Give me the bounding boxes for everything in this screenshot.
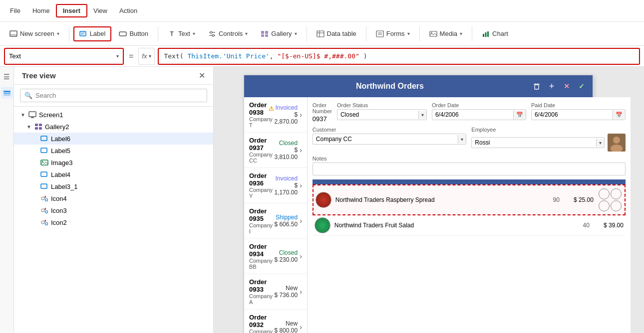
- chart-button[interactable]: Chart: [476, 27, 514, 41]
- order-date-cal-btn[interactable]: 📅: [513, 110, 526, 120]
- label-button[interactable]: Label: [73, 26, 112, 41]
- app-body: Order 0938 ⚠ Company T Invoiced $ 2,870.…: [244, 97, 593, 333]
- hamburger-icon[interactable]: ☰: [1, 71, 13, 83]
- text-caret: ▾: [193, 31, 195, 36]
- list-item[interactable]: Order 0933 Company A New $ 736.00 ›: [244, 274, 307, 310]
- line-items: Northwind Traders Raspberry Spread 90 $ …: [313, 184, 626, 236]
- fx-caret[interactable]: ▾: [149, 53, 151, 59]
- order-date-label: Order Date: [432, 102, 526, 108]
- forms-button[interactable]: Forms ▾: [370, 27, 415, 41]
- menu-file[interactable]: File: [4, 5, 26, 16]
- svg-rect-12: [261, 34, 264, 37]
- gallery-button[interactable]: Gallery ▾: [255, 27, 302, 41]
- list-item[interactable]: Order 0936 Company Y Invoiced $ 1,170.00…: [244, 168, 307, 203]
- formula-input[interactable]: Text( ThisItem.'Unit Price' , "[$-en-US]…: [158, 48, 640, 65]
- tree-item-label6[interactable]: Label6: [14, 133, 213, 145]
- menu-action[interactable]: Action: [113, 5, 143, 16]
- tree-label-label3-1: Label3_1: [51, 183, 78, 190]
- circle-icon-2[interactable]: [611, 188, 622, 199]
- circle-icon-1[interactable]: [599, 188, 610, 199]
- sidebar-close-button[interactable]: ✕: [199, 71, 205, 80]
- menu-home[interactable]: Home: [26, 5, 56, 16]
- chevron-right-icon: ›: [300, 323, 302, 331]
- tree-item-label5[interactable]: Label5: [14, 145, 213, 157]
- order-status: New: [274, 320, 298, 327]
- paid-date-input-wrap[interactable]: 📅: [531, 109, 626, 120]
- notes-field: Notes: [313, 156, 626, 175]
- list-item-right: Closed $ 3,810.00: [273, 140, 298, 161]
- svg-rect-14: [317, 31, 324, 37]
- header-icons: + ✕ ✓: [531, 80, 588, 92]
- row-icons: [598, 187, 623, 212]
- formula-property-caret[interactable]: ▾: [116, 53, 119, 59]
- list-item[interactable]: Order 0932 Company K New $ 800.00 ›: [244, 310, 307, 333]
- line-item-row[interactable]: Northwind Traders Fruit Salad 40 $ 39.00: [313, 215, 626, 236]
- new-screen-button[interactable]: New screen ▾: [4, 27, 65, 41]
- tree-item-image3[interactable]: Image3: [14, 157, 213, 168]
- add-icon[interactable]: +: [546, 80, 558, 92]
- confirm-icon[interactable]: ✓: [576, 80, 588, 92]
- order-date-input-wrap[interactable]: 📅: [432, 109, 526, 120]
- cancel-icon[interactable]: ✕: [561, 80, 573, 92]
- list-item-left: Order 0934 Company BB: [249, 243, 274, 270]
- list-item-right: Shipped $ 606.50: [274, 214, 298, 228]
- employee-input[interactable]: [472, 138, 596, 148]
- employee-input-wrap[interactable]: ▾: [471, 137, 605, 148]
- list-item[interactable]: Order 0937 Company CC Closed $ 3,810.00 …: [244, 133, 307, 168]
- list-item[interactable]: Order 0938 ⚠ Company T Invoiced $ 2,870.…: [244, 97, 307, 133]
- order-id: Order 0932: [249, 314, 274, 329]
- button-button[interactable]: Button: [113, 27, 154, 41]
- circle-icon-3[interactable]: [599, 200, 610, 211]
- tree-label-image3: Image3: [51, 159, 72, 166]
- product-thumb-raspberry: [316, 192, 331, 208]
- paid-date-cal-btn[interactable]: 📅: [613, 110, 625, 120]
- svg-rect-24: [487, 31, 489, 37]
- order-date-input[interactable]: [432, 110, 513, 120]
- warning-icon: ⚠: [269, 105, 274, 112]
- menu-view[interactable]: View: [87, 5, 113, 16]
- tree-item-label3-1[interactable]: Label3_1: [14, 180, 213, 192]
- search-input-wrap[interactable]: 🔍: [20, 89, 207, 102]
- layers-icon[interactable]: [1, 87, 13, 99]
- icon2-tree-icon: [40, 218, 49, 227]
- menu-insert[interactable]: Insert: [56, 4, 87, 17]
- label6-icon: [40, 134, 49, 143]
- forms-icon: [376, 30, 384, 38]
- notes-input[interactable]: [313, 163, 626, 175]
- chart-icon: [482, 30, 490, 38]
- employee-dropdown-btn[interactable]: ▾: [596, 139, 604, 147]
- tree-item-label4[interactable]: Label4: [14, 168, 213, 180]
- tree-item-icon3[interactable]: Icon3: [14, 204, 213, 216]
- order-status-input[interactable]: [337, 110, 418, 120]
- svg-rect-11: [265, 31, 268, 34]
- order-status-input-wrap[interactable]: ▾: [337, 109, 427, 120]
- media-button[interactable]: Media ▾: [424, 27, 468, 41]
- circle-icon-4[interactable]: [611, 200, 622, 211]
- trash-icon[interactable]: [531, 80, 543, 92]
- customer-dropdown-btn[interactable]: ▾: [458, 135, 466, 144]
- tree-item-icon2[interactable]: Icon2: [14, 216, 213, 228]
- svg-point-9: [212, 34, 214, 36]
- tree-item-gallery2[interactable]: ▼ Gallery2: [14, 121, 213, 133]
- list-item[interactable]: Order 0934 Company BB Closed $ 230.00 ›: [244, 239, 307, 274]
- tree-label-icon2: Icon2: [51, 219, 67, 226]
- controls-btn-label: Controls: [219, 30, 243, 37]
- customer-input-wrap[interactable]: ▾: [313, 134, 467, 145]
- order-status-dropdown-btn[interactable]: ▾: [418, 111, 426, 119]
- list-item-left: Order 0933 Company A: [249, 278, 274, 305]
- list-item[interactable]: Order 0935 Company I Shipped $ 606.50 ›: [244, 203, 307, 239]
- search-input[interactable]: [35, 92, 203, 99]
- sidebar-search: 🔍: [14, 85, 213, 107]
- tree-item-screen1[interactable]: ▼ Screen1: [14, 109, 213, 121]
- controls-button[interactable]: Controls ▾: [203, 27, 253, 41]
- svg-rect-37: [41, 160, 48, 165]
- paid-date-input[interactable]: [532, 110, 613, 120]
- chevron-right-icon: ›: [300, 111, 302, 119]
- svg-rect-40: [41, 184, 47, 188]
- text-button[interactable]: T Text ▾: [162, 27, 201, 41]
- line-item-row[interactable]: Northwind Traders Raspberry Spread 90 $ …: [313, 184, 626, 215]
- tree-item-icon4[interactable]: Icon4: [14, 192, 213, 204]
- order-amount: $ 2,870.00: [274, 111, 298, 125]
- customer-input[interactable]: [313, 134, 458, 144]
- data-table-button[interactable]: Data table: [311, 27, 362, 41]
